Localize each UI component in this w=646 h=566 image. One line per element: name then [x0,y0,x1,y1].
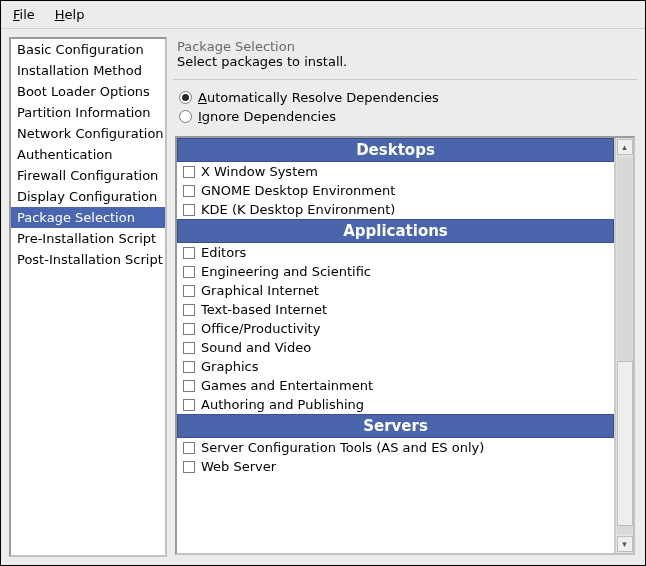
package-label: Games and Entertainment [201,378,373,393]
package-row[interactable]: Web Server [177,457,614,476]
scroll-down-button[interactable]: ▾ [617,536,633,552]
checkbox-icon[interactable] [183,361,195,373]
sidebar-item[interactable]: Network Configuration [11,123,165,144]
scroll-thumb[interactable] [617,361,633,527]
checkbox-icon[interactable] [183,380,195,392]
package-label: X Window System [201,164,318,179]
group-header: Desktops [177,138,614,162]
checkbox-icon[interactable] [183,342,195,354]
checkbox-icon[interactable] [183,323,195,335]
checkbox-icon[interactable] [183,399,195,411]
package-label: Office/Productivity [201,321,320,336]
package-label: Server Configuration Tools (AS and ES on… [201,440,484,455]
package-label: Sound and Video [201,340,311,355]
sidebar-item[interactable]: Post-Installation Script [11,249,165,270]
sidebar-item[interactable]: Firewall Configuration [11,165,165,186]
radio-auto-resolve[interactable]: Automatically Resolve Dependencies [179,88,631,107]
body: Basic ConfigurationInstallation MethodBo… [1,29,645,565]
checkbox-icon[interactable] [183,266,195,278]
group-header: Servers [177,414,614,438]
menu-help-rest: elp [65,7,85,22]
main-panel: Package Selection Select packages to ins… [173,37,637,557]
sidebar-item[interactable]: Boot Loader Options [11,81,165,102]
package-label: GNOME Desktop Environment [201,183,395,198]
package-row[interactable]: Text-based Internet [177,300,614,319]
package-label: KDE (K Desktop Environment) [201,202,395,217]
package-label: Graphical Internet [201,283,319,298]
package-row[interactable]: Sound and Video [177,338,614,357]
package-area: DesktopsX Window SystemGNOME Desktop Env… [175,136,635,555]
sidebar-item[interactable]: Installation Method [11,60,165,81]
menu-file[interactable]: File [9,5,39,24]
package-row[interactable]: Editors [177,243,614,262]
app-window: File Help Basic ConfigurationInstallatio… [0,0,646,566]
sidebar-item[interactable]: Partition Information [11,102,165,123]
scroll-track[interactable] [617,157,633,534]
radio-icon [179,91,192,104]
package-label: Engineering and Scientific [201,264,371,279]
dependency-radio-group: Automatically Resolve Dependencies Ignor… [173,88,637,136]
package-label: Graphics [201,359,258,374]
divider [173,79,637,80]
scroll-up-button[interactable]: ▴ [617,139,633,155]
radio-ignore-deps[interactable]: Ignore Dependencies [179,107,631,126]
menu-help-accel: H [55,7,65,22]
package-label: Web Server [201,459,276,474]
radio-ignore-label: Ignore Dependencies [198,109,336,124]
package-label: Text-based Internet [201,302,327,317]
menu-file-rest: ile [20,7,35,22]
package-row[interactable]: GNOME Desktop Environment [177,181,614,200]
radio-icon [179,110,192,123]
sidebar-item[interactable]: Basic Configuration [11,39,165,60]
package-row[interactable]: Graphical Internet [177,281,614,300]
menubar: File Help [1,1,645,29]
sidebar-item[interactable]: Package Selection [11,207,165,228]
section-subtitle: Select packages to install. [173,54,637,75]
package-list: DesktopsX Window SystemGNOME Desktop Env… [177,138,615,553]
sidebar-item[interactable]: Display Configuration [11,186,165,207]
checkbox-icon[interactable] [183,166,195,178]
scrollbar-vertical[interactable]: ▴ ▾ [615,138,633,553]
checkbox-icon[interactable] [183,304,195,316]
package-label: Editors [201,245,246,260]
package-row[interactable]: Graphics [177,357,614,376]
package-row[interactable]: X Window System [177,162,614,181]
checkbox-icon[interactable] [183,285,195,297]
package-row[interactable]: Games and Entertainment [177,376,614,395]
package-row[interactable]: Office/Productivity [177,319,614,338]
group-header: Applications [177,219,614,243]
radio-auto-label: Automatically Resolve Dependencies [198,90,439,105]
package-row[interactable]: Server Configuration Tools (AS and ES on… [177,438,614,457]
checkbox-icon[interactable] [183,185,195,197]
package-row[interactable]: Authoring and Publishing [177,395,614,414]
checkbox-icon[interactable] [183,461,195,473]
menu-help[interactable]: Help [51,5,89,24]
sidebar: Basic ConfigurationInstallation MethodBo… [9,37,167,557]
section-title: Package Selection [173,37,637,54]
package-row[interactable]: KDE (K Desktop Environment) [177,200,614,219]
checkbox-icon[interactable] [183,442,195,454]
package-label: Authoring and Publishing [201,397,364,412]
sidebar-item[interactable]: Pre-Installation Script [11,228,165,249]
sidebar-item[interactable]: Authentication [11,144,165,165]
checkbox-icon[interactable] [183,204,195,216]
package-row[interactable]: Engineering and Scientific [177,262,614,281]
checkbox-icon[interactable] [183,247,195,259]
